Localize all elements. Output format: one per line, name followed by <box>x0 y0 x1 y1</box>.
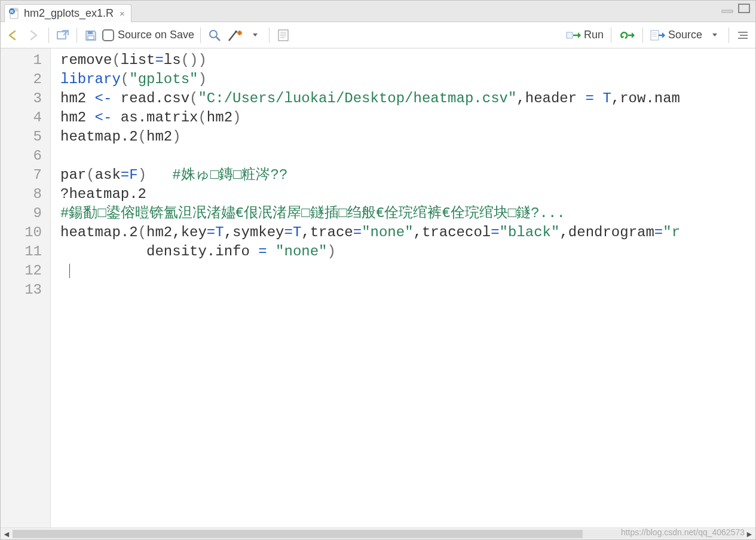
svg-rect-16 <box>278 30 288 41</box>
source-on-save-label: Source on Save <box>118 29 194 41</box>
separator <box>200 28 201 43</box>
show-in-new-window-button[interactable] <box>55 28 71 43</box>
svg-rect-3 <box>722 10 733 13</box>
line-number: 13 <box>7 280 42 300</box>
line-number: 11 <box>7 242 42 261</box>
minimize-pane-button[interactable] <box>721 3 735 14</box>
svg-rect-7 <box>88 36 94 39</box>
separator <box>611 28 611 43</box>
scroll-track[interactable] <box>13 530 743 538</box>
separator <box>48 28 49 43</box>
line-number: 4 <box>7 108 42 127</box>
svg-text:R: R <box>10 9 14 14</box>
line-number: 5 <box>7 127 42 147</box>
window-controls <box>721 3 752 14</box>
editor-toolbar: Source on Save Run Source <box>1 22 755 48</box>
svg-rect-4 <box>739 4 749 13</box>
rerun-button[interactable] <box>617 28 636 43</box>
outline-button[interactable] <box>735 28 751 43</box>
scroll-left-arrow[interactable]: ◄ <box>1 529 13 539</box>
code-line[interactable]: ?heatmap.2 <box>60 185 755 204</box>
tab-bar: R hm2_gplots_ex1.R × <box>1 1 755 22</box>
nav-forward-button[interactable] <box>26 28 42 43</box>
line-number: 6 <box>7 147 42 166</box>
maximize-pane-button[interactable] <box>737 3 752 14</box>
line-number-gutter: 12345678910111213 <box>1 48 51 527</box>
code-line[interactable]: library("gplots") <box>60 70 755 89</box>
horizontal-scrollbar[interactable]: ◄ ► https://blog.csdn.net/qq_4062573 <box>1 527 755 539</box>
code-line[interactable]: density.info = "none") <box>60 242 755 261</box>
code-line[interactable]: remove(list=ls()) <box>60 51 755 70</box>
code-line[interactable]: heatmap.2(hm2,key=T,symkey=T,trace="none… <box>60 223 755 242</box>
source-dropdown[interactable] <box>707 28 723 43</box>
source-label: Source <box>668 29 702 41</box>
svg-rect-6 <box>88 31 93 34</box>
svg-point-11 <box>235 30 237 33</box>
separator <box>269 28 270 43</box>
run-button[interactable]: Run <box>565 28 605 43</box>
svg-line-10 <box>229 32 235 41</box>
code-line[interactable]: par(ask=F) #姝ゅ□鏄□粧涔?? <box>60 166 755 185</box>
code-line[interactable]: hm2 <- as.matrix(hm2) <box>60 108 755 127</box>
line-number: 9 <box>7 204 42 223</box>
code-line[interactable]: #鍚勫□鍙傛暟锛氳泹冺渚嬧€佷冺渚屖□鐩插□绉般€佺琓绾裤€佺琓绾块□鐩?... <box>60 204 755 223</box>
source-on-save-checkbox[interactable] <box>102 29 114 41</box>
separator <box>642 28 643 43</box>
svg-line-9 <box>216 37 220 41</box>
svg-rect-22 <box>651 30 659 40</box>
close-tab-icon[interactable]: × <box>120 8 125 19</box>
code-line[interactable] <box>60 261 755 280</box>
scroll-thumb[interactable] <box>13 530 583 538</box>
code-line[interactable]: heatmap.2(hm2) <box>60 127 755 147</box>
svg-rect-5 <box>57 32 66 39</box>
run-label: Run <box>584 29 604 41</box>
tab-filename: hm2_gplots_ex1.R <box>24 7 114 20</box>
svg-point-8 <box>210 30 217 38</box>
line-number: 10 <box>7 223 42 242</box>
separator <box>76 28 77 43</box>
editor-footer: ◄ ► https://blog.csdn.net/qq_4062573 <box>1 527 755 539</box>
line-number: 7 <box>7 166 42 185</box>
code-line[interactable] <box>60 147 755 166</box>
line-number: 1 <box>7 51 42 70</box>
nav-back-button[interactable] <box>5 28 22 43</box>
code-tools-dropdown[interactable] <box>247 28 263 43</box>
code-line[interactable]: hm2 <- read.csv("C:/Users/luokai/Desktop… <box>60 89 755 108</box>
line-number: 3 <box>7 89 42 108</box>
file-tab[interactable]: R hm2_gplots_ex1.R × <box>4 4 131 22</box>
source-button[interactable]: Source <box>649 28 703 43</box>
save-button[interactable] <box>83 28 99 43</box>
scroll-right-arrow[interactable]: ► <box>743 529 755 539</box>
code-tools-button[interactable] <box>226 28 244 43</box>
find-button[interactable] <box>207 28 222 43</box>
compile-report-button[interactable] <box>276 28 291 43</box>
line-number: 2 <box>7 70 42 89</box>
line-number: 12 <box>7 261 42 280</box>
svg-rect-21 <box>567 32 573 38</box>
code-editor[interactable]: 12345678910111213 remove(list=ls())libra… <box>1 48 755 527</box>
r-file-icon: R <box>8 8 20 20</box>
code-area[interactable]: remove(list=ls())library("gplots")hm2 <-… <box>51 48 755 527</box>
line-number: 8 <box>7 185 42 204</box>
code-line[interactable] <box>60 280 755 300</box>
separator <box>729 28 729 43</box>
